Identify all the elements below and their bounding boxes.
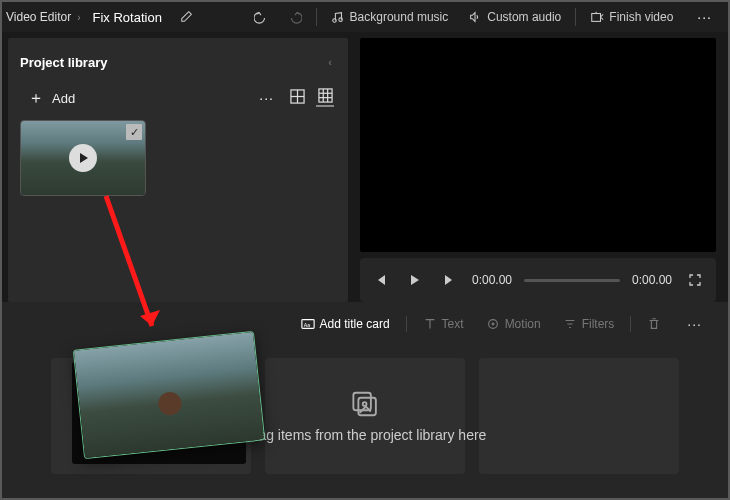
add-title-card-label: Add title card: [320, 317, 390, 331]
svg-point-0: [332, 19, 336, 23]
redo-button[interactable]: [280, 6, 310, 28]
preview-panel: 0:00.00 0:00.00: [354, 32, 728, 302]
library-clip-thumbnail[interactable]: ✓: [20, 120, 146, 196]
add-media-button[interactable]: ＋ Add: [22, 86, 81, 110]
motion-button: Motion: [478, 313, 549, 335]
custom-audio-button[interactable]: Custom audio: [460, 6, 569, 28]
preview-canvas[interactable]: [360, 38, 716, 252]
drop-hint-text: Drag items from the project library here: [244, 427, 487, 443]
project-name[interactable]: Fix Rotation: [87, 10, 168, 25]
breadcrumb: Video Editor › Fix Rotation: [6, 9, 200, 26]
play-overlay-icon[interactable]: [69, 144, 97, 172]
breadcrumb-root[interactable]: Video Editor: [6, 10, 71, 24]
add-label: Add: [52, 91, 75, 106]
time-current: 0:00.00: [472, 273, 512, 287]
timeline-more-button[interactable]: ···: [675, 308, 714, 340]
seek-track[interactable]: [524, 279, 620, 282]
grid-large-icon[interactable]: [288, 89, 306, 107]
custom-audio-label: Custom audio: [487, 10, 561, 24]
player-controls: 0:00.00 0:00.00: [360, 258, 716, 302]
plus-icon: ＋: [28, 90, 44, 106]
svg-text:Aa: Aa: [303, 322, 310, 328]
finish-video-label: Finish video: [609, 10, 673, 24]
top-bar: Video Editor › Fix Rotation Background m…: [2, 2, 728, 32]
library-more-button[interactable]: ···: [255, 86, 278, 110]
drop-hint: Drag items from the project library here: [244, 389, 487, 443]
pencil-icon[interactable]: [174, 9, 200, 26]
prev-frame-button[interactable]: [370, 269, 392, 291]
svg-rect-2: [592, 14, 601, 22]
play-button[interactable]: [404, 269, 426, 291]
svg-point-14: [492, 323, 494, 325]
dragging-clip-ghost: [72, 340, 262, 456]
add-title-card-button[interactable]: Aa Add title card: [293, 313, 398, 335]
background-music-button[interactable]: Background music: [323, 6, 457, 28]
next-frame-button[interactable]: [438, 269, 460, 291]
motion-label: Motion: [505, 317, 541, 331]
library-title: Project library: [20, 55, 107, 70]
delete-button: [639, 313, 669, 335]
fullscreen-button[interactable]: [684, 269, 706, 291]
collapse-library-button[interactable]: ‹: [324, 52, 336, 72]
project-library-panel: Project library ‹ ＋ Add ···: [8, 38, 348, 302]
background-music-label: Background music: [350, 10, 449, 24]
text-button: Text: [415, 313, 472, 335]
image-stack-icon: [350, 389, 380, 419]
finish-video-button[interactable]: Finish video: [582, 6, 681, 28]
filters-label: Filters: [582, 317, 615, 331]
time-total: 0:00.00: [632, 273, 672, 287]
svg-point-1: [338, 18, 342, 22]
chevron-right-icon: ›: [77, 12, 80, 23]
svg-rect-6: [318, 89, 331, 102]
text-label: Text: [442, 317, 464, 331]
checkmark-icon: ✓: [126, 124, 142, 140]
filters-button: Filters: [555, 313, 623, 335]
more-top-button[interactable]: ···: [685, 1, 724, 33]
timeline-slot[interactable]: [479, 358, 679, 474]
undo-button[interactable]: [246, 6, 276, 28]
grid-small-icon[interactable]: [316, 89, 334, 107]
